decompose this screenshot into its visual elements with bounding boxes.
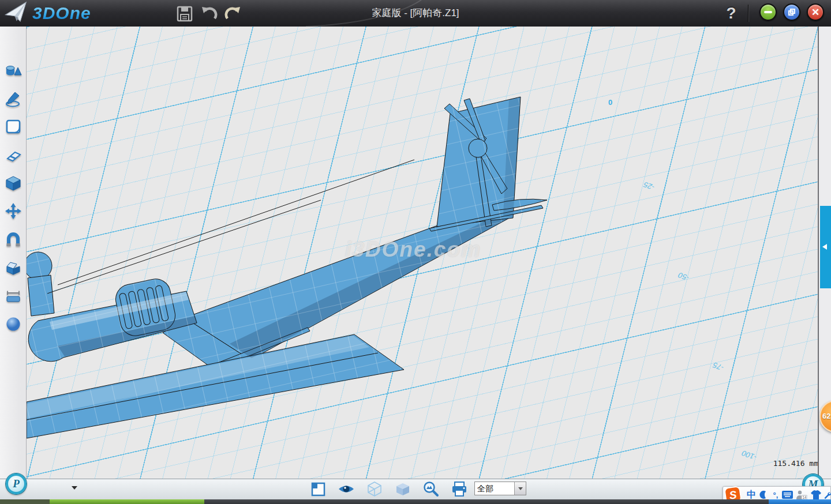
taskbar-strip — [0, 499, 831, 504]
help-button[interactable]: ? — [723, 2, 740, 24]
taskbar-segment — [0, 499, 50, 504]
counter-value: 14 — [802, 495, 807, 499]
redo-icon — [224, 6, 242, 22]
shaded-cube-icon — [394, 480, 411, 498]
visibility-button[interactable] — [338, 480, 355, 498]
score-value: 62 — [822, 412, 830, 420]
move-arrows-icon — [5, 202, 22, 220]
sidebar-tool-combine-box[interactable] — [5, 259, 22, 276]
solids-icon — [5, 63, 22, 80]
wireframe-cube-icon — [366, 480, 383, 498]
sidebar-tool-magnet-assembly[interactable] — [5, 231, 22, 249]
sidebar-tool-move[interactable] — [5, 202, 22, 220]
restore-button[interactable] — [783, 3, 800, 21]
properties-badge-button[interactable]: P — [6, 473, 27, 494]
sketch-plane-icon — [5, 118, 22, 136]
paper-plane-icon — [3, 1, 31, 25]
open-box-icon — [5, 259, 22, 276]
sidebar-tool-basic-solids[interactable] — [5, 63, 22, 80]
minimize-icon — [764, 11, 772, 13]
save-icon — [177, 6, 193, 22]
header-divider — [748, 5, 749, 22]
redo-button[interactable] — [223, 4, 243, 24]
panel-collapse-tab[interactable] — [820, 206, 831, 288]
print-button[interactable] — [451, 480, 468, 498]
chevron-left-icon — [822, 244, 827, 250]
document-title: 家庭版 - [阿帕奇.Z1] — [372, 0, 459, 27]
magnet-icon — [5, 231, 22, 249]
sidebar-tool-feature-cube[interactable] — [5, 175, 22, 192]
combo-dropdown-button[interactable] — [514, 482, 526, 495]
close-button[interactable]: ✕ — [807, 3, 824, 21]
cube-icon — [5, 175, 22, 192]
taskbar-segment-green[interactable] — [50, 499, 204, 504]
taskbar-segment-blue[interactable] — [769, 499, 831, 504]
pencil-icon — [5, 91, 22, 108]
chevron-down-icon — [518, 487, 523, 490]
eye-icon — [338, 480, 355, 498]
p-badge-label: P — [13, 477, 20, 490]
shaded-mode-button[interactable] — [394, 480, 411, 498]
helicopter-model[interactable] — [27, 27, 818, 479]
zoom-view-button[interactable] — [422, 480, 440, 498]
measure-icon — [5, 287, 22, 304]
sidebar-tool-material-sphere[interactable] — [5, 315, 22, 333]
printer-icon — [451, 480, 468, 498]
undo-button[interactable] — [199, 4, 219, 24]
display-filter-value: 全部 — [475, 482, 514, 495]
sidebar-tool-sketch-draw[interactable] — [5, 91, 22, 108]
view-plane-button[interactable] — [309, 480, 327, 498]
magnifier-icon — [422, 480, 440, 498]
model-viewport[interactable] — [27, 27, 818, 479]
eraser-icon — [5, 147, 22, 164]
app-logo: 3DOne — [5, 2, 91, 24]
app-window: 3DOne 家庭版 - [阿帕奇.Z1] ? — [0, 0, 831, 504]
sidebar-tool-measure[interactable] — [5, 287, 22, 304]
dropdown-arrow-icon[interactable] — [72, 486, 77, 490]
close-icon: ✕ — [811, 7, 819, 17]
wireframe-mode-button[interactable] — [366, 480, 383, 498]
logo-text: 3DOne — [32, 3, 91, 23]
save-button[interactable] — [175, 4, 194, 24]
restore-icon — [788, 9, 795, 16]
minimize-button[interactable] — [759, 3, 777, 21]
sphere-icon — [5, 315, 22, 333]
status-toolbar: P — [0, 479, 831, 499]
sidebar-tool-sketch-plane[interactable] — [5, 118, 22, 136]
sidebar-tool-eraser-edit[interactable] — [5, 147, 22, 164]
community-score-badge[interactable]: 62 — [819, 400, 831, 432]
tool-sidebar — [0, 27, 27, 479]
display-filter-select[interactable]: 全部 — [474, 482, 526, 495]
title-bar: 3DOne 家庭版 - [阿帕奇.Z1] ? — [0, 0, 831, 27]
view-plane-icon — [309, 480, 327, 498]
right-panel-strip: 62 — [818, 27, 831, 479]
undo-icon — [200, 6, 218, 22]
